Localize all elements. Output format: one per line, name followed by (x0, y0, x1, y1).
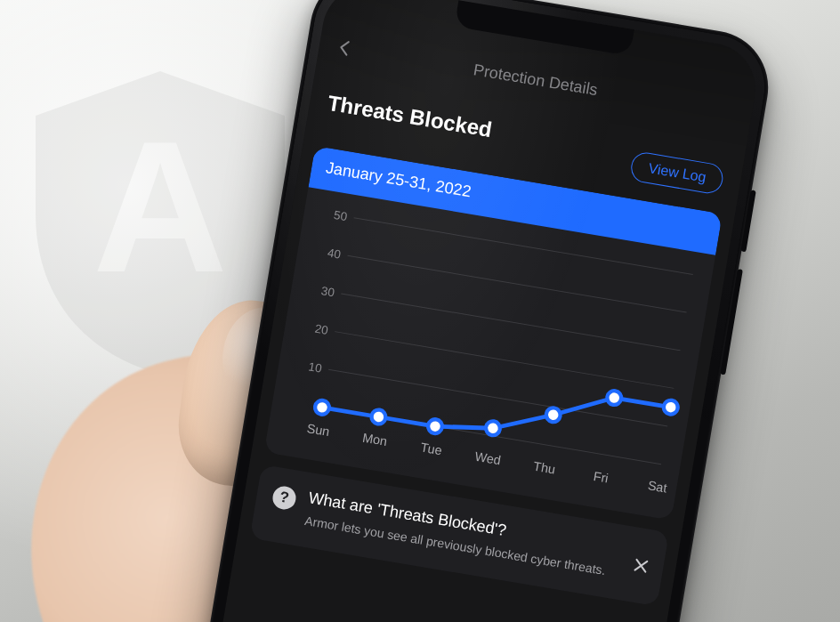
chart-y-tick: 20 (314, 322, 329, 337)
chart-x-tick: Wed (474, 449, 502, 468)
phone: Protection Details Threats Blocked View … (182, 0, 777, 622)
phone-side-button (740, 190, 755, 252)
scene: A Protection Details Threats Blocked (0, 0, 840, 622)
view-log-button[interactable]: View Log (629, 150, 725, 196)
chart-x-tick: Mon (361, 431, 388, 448)
chart-x-tick: Sat (647, 478, 668, 495)
chart-card: January 25-31, 2022 5040302010SunMonTueW… (264, 146, 723, 521)
threats-line-chart: 5040302010SunMonTueWedThuFriSat (279, 203, 704, 503)
chart-x-tick: Sun (306, 421, 331, 439)
chart-y-tick: 40 (327, 246, 342, 261)
close-icon[interactable] (630, 554, 652, 577)
chart-y-tick: 50 (333, 208, 348, 223)
chart-y-tick: 10 (308, 359, 323, 375)
chart-y-tick: 30 (320, 284, 335, 299)
chart-series-line (322, 351, 671, 464)
chart-x-tick: Fri (593, 469, 610, 486)
phone-side-button (720, 269, 743, 375)
chart-gridline (347, 255, 686, 312)
svg-text:A: A (93, 102, 228, 311)
chart-gridline (335, 332, 674, 389)
app-root: Protection Details Threats Blocked View … (197, 0, 763, 622)
phone-screen: Protection Details Threats Blocked View … (197, 0, 763, 622)
help-icon: ? (271, 484, 298, 511)
chart-x-tick: Tue (420, 440, 443, 458)
chart-x-tick: Thu (532, 459, 556, 477)
chart-gridline (341, 294, 680, 351)
section-title: Threats Blocked (326, 91, 494, 142)
